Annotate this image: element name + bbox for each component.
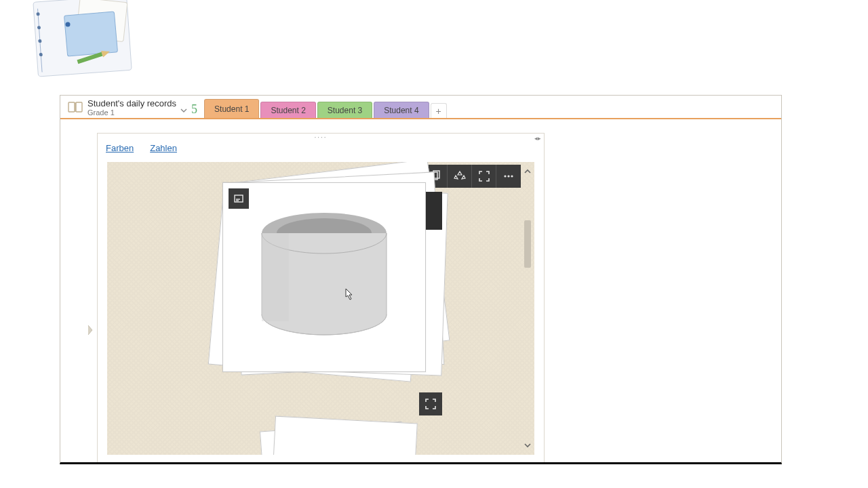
expand-card-button[interactable]: [419, 392, 442, 415]
caption-toggle-button[interactable]: [229, 188, 249, 209]
page-counter: 5: [191, 102, 197, 117]
tab-student-2[interactable]: Student 2: [260, 102, 315, 118]
tab-label: Student 1: [214, 104, 249, 114]
collapse-icon[interactable]: ◂▸: [534, 135, 541, 142]
add-tab-button[interactable]: +: [431, 103, 447, 118]
card-edge-dark: [426, 192, 442, 230]
header: Student's daily records Grade 1 5 Studen…: [60, 96, 781, 119]
drag-handle-icon[interactable]: ····: [314, 134, 327, 141]
vertical-scrollbar[interactable]: [522, 166, 533, 451]
cylinder-image: [250, 199, 399, 355]
panel-expand-handle[interactable]: [86, 323, 94, 338]
svg-point-18: [511, 175, 513, 177]
image-card-stack[interactable]: [216, 170, 460, 387]
app-window: Student's daily records Grade 1 5 Studen…: [60, 95, 782, 464]
svg-rect-21: [262, 233, 289, 321]
fullscreen-button[interactable]: [472, 165, 496, 188]
tab-student-3[interactable]: Student 3: [317, 102, 372, 118]
note-container: ···· ◂▸ Farben Zahlen ····: [97, 133, 545, 462]
chevron-down-icon[interactable]: [180, 107, 187, 114]
scroll-thumb[interactable]: [524, 220, 531, 268]
svg-rect-7: [64, 12, 118, 56]
section-title: Grade 1: [87, 108, 176, 117]
title-block[interactable]: Student's daily records Grade 1: [87, 99, 176, 117]
link-zahlen[interactable]: Zahlen: [150, 143, 177, 153]
sticky-note-widget[interactable]: [31, 0, 142, 88]
more-button[interactable]: [496, 165, 521, 188]
scroll-up-icon[interactable]: [522, 166, 533, 177]
workspace: ···· ◂▸ Farben Zahlen ····: [60, 119, 781, 462]
tab-label: Student 3: [328, 106, 362, 115]
image-card-stack[interactable]: [263, 420, 419, 455]
tab-student-4[interactable]: Student 4: [374, 102, 429, 118]
link-farben[interactable]: Farben: [106, 143, 134, 153]
notebook-title: Student's daily records: [87, 99, 176, 108]
svg-rect-11: [68, 102, 75, 112]
notebook-icon: [67, 99, 83, 115]
links-row: Farben Zahlen: [106, 143, 177, 153]
plus-icon: +: [436, 106, 441, 117]
canvas[interactable]: [107, 162, 534, 455]
svg-point-17: [507, 175, 509, 177]
top-card[interactable]: [222, 182, 426, 372]
svg-point-8: [66, 22, 71, 27]
svg-rect-12: [76, 102, 82, 112]
svg-point-16: [504, 175, 506, 177]
tab-student-1[interactable]: Student 1: [204, 99, 259, 118]
scroll-down-icon[interactable]: [522, 440, 533, 451]
tab-bar: Student 1 Student 2 Student 3 Student 4 …: [204, 99, 447, 118]
stack-card: [270, 416, 418, 455]
tab-label: Student 4: [384, 106, 418, 115]
tab-label: Student 2: [271, 106, 305, 115]
